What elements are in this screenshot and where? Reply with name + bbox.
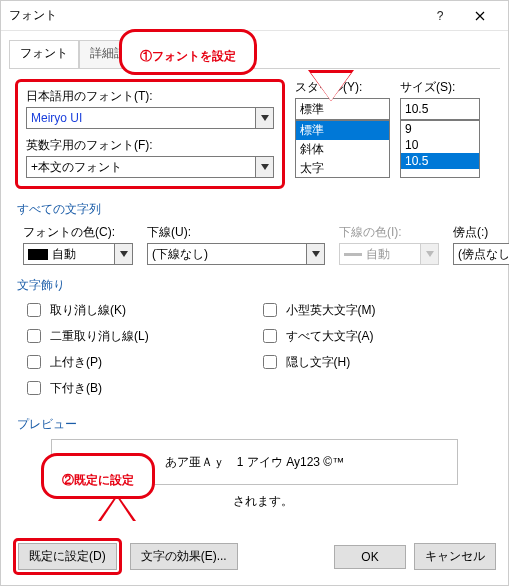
chevron-down-icon: [120, 251, 128, 257]
emphasis-combo[interactable]: [453, 243, 509, 265]
size-label: サイズ(S):: [400, 79, 480, 96]
decor-header: 文字飾り: [17, 277, 494, 294]
set-default-button[interactable]: 既定に設定(D): [18, 543, 117, 570]
font-color-value: 自動: [52, 246, 76, 263]
tab-panel-font: 日本語用のフォント(T): 英数字用のフォント(F): スタイル(Y):: [9, 68, 500, 510]
font-family-group-highlight: 日本語用のフォント(T): 英数字用のフォント(F):: [15, 79, 285, 189]
strike-checkbox[interactable]: 取り消し線(K): [23, 300, 259, 320]
underline-color-label: 下線の色(I):: [339, 224, 439, 241]
chevron-down-icon: [426, 251, 434, 257]
style-input[interactable]: [295, 98, 390, 120]
help-button[interactable]: ?: [420, 2, 460, 30]
size-option[interactable]: 9: [401, 121, 479, 137]
all-text-header: すべての文字列: [17, 201, 494, 218]
style-listbox[interactable]: 標準 斜体 太字: [295, 120, 390, 178]
underline-combo[interactable]: [147, 243, 307, 265]
subscript-checkbox[interactable]: 下付き(B): [23, 378, 259, 398]
double-strike-checkbox[interactable]: 二重取り消し線(L): [23, 326, 259, 346]
dialog-buttons: 既定に設定(D) 文字の効果(E)... OK キャンセル: [13, 538, 496, 575]
underline-dropdown-button[interactable]: [307, 243, 325, 265]
preview-header: プレビュー: [17, 416, 494, 433]
dialog-title: フォント: [9, 7, 420, 24]
emphasis-label: 傍点(:): [453, 224, 509, 241]
underline-color-dropdown-button: [421, 243, 439, 265]
underline-color-value: 自動: [366, 246, 390, 263]
cancel-button[interactable]: キャンセル: [414, 543, 496, 570]
font-dialog: フォント ? フォント 詳細設定 日本語用のフォント(T): 英数字用のフォント…: [0, 0, 509, 586]
size-option[interactable]: 10: [401, 137, 479, 153]
size-input[interactable]: [400, 98, 480, 120]
callout-1: ①フォントを設定: [119, 29, 257, 75]
en-font-combo[interactable]: [26, 156, 256, 178]
smallcaps-checkbox[interactable]: 小型英大文字(M): [259, 300, 495, 320]
ok-button[interactable]: OK: [334, 545, 406, 569]
font-color-dropdown-button[interactable]: [115, 243, 133, 265]
size-listbox[interactable]: 9 10 10.5: [400, 120, 480, 178]
close-icon: [475, 11, 485, 21]
style-option[interactable]: 太字: [296, 159, 389, 178]
preview-sample: あア亜Ａｙ 1 アイウ Ay123 ©™: [165, 454, 344, 471]
chevron-down-icon: [261, 164, 269, 170]
tab-font[interactable]: フォント: [9, 40, 79, 69]
underline-label: 下線(U):: [147, 224, 325, 241]
chevron-down-icon: [261, 115, 269, 121]
chevron-down-icon: [312, 251, 320, 257]
style-option[interactable]: 斜体: [296, 140, 389, 159]
callout-2: ②既定に設定: [41, 453, 155, 499]
close-button[interactable]: [460, 2, 500, 30]
style-option[interactable]: 標準: [296, 121, 389, 140]
allcaps-checkbox[interactable]: すべて大文字(A): [259, 326, 495, 346]
jp-font-dropdown-button[interactable]: [256, 107, 274, 129]
en-font-label: 英数字用のフォント(F):: [26, 137, 274, 154]
jp-font-combo[interactable]: [26, 107, 256, 129]
jp-font-label: 日本語用のフォント(T):: [26, 88, 274, 105]
superscript-checkbox[interactable]: 上付き(P): [23, 352, 259, 372]
en-font-dropdown-button[interactable]: [256, 156, 274, 178]
callout-2-tail: [101, 497, 133, 521]
text-effects-button[interactable]: 文字の効果(E)...: [130, 543, 238, 570]
preview-note-suffix: されます。: [233, 494, 293, 508]
set-default-highlight: 既定に設定(D): [13, 538, 122, 575]
font-color-label: フォントの色(C):: [23, 224, 133, 241]
callout-1-tail: [311, 73, 351, 101]
titlebar: フォント ?: [1, 1, 508, 31]
size-option[interactable]: 10.5: [401, 153, 479, 169]
hidden-checkbox[interactable]: 隠し文字(H): [259, 352, 495, 372]
